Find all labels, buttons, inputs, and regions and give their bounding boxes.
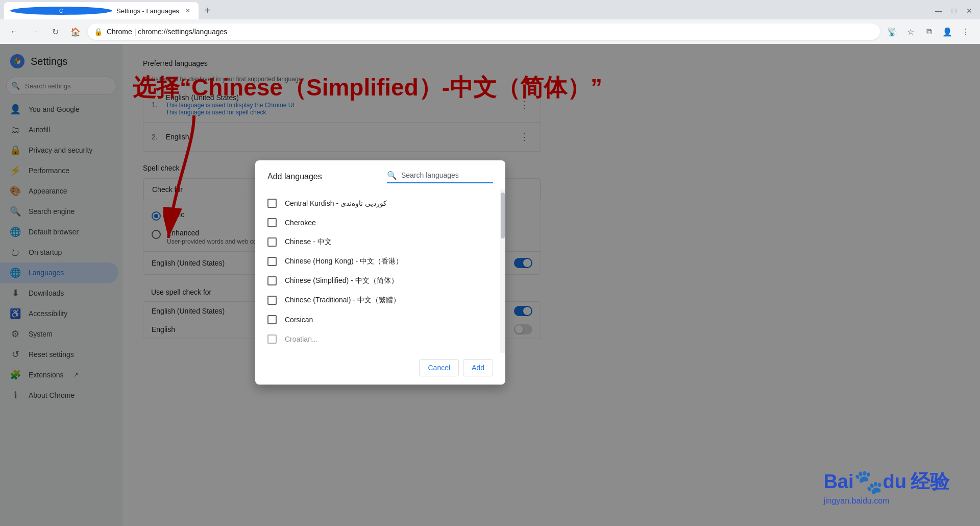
tab-close-button[interactable]: ✕ (183, 6, 192, 15)
list-item-chinese-simplified[interactable]: Chinese (Simplified) - 中文（简体） (255, 271, 505, 291)
forward-button[interactable]: → (27, 23, 43, 40)
modal-footer: Cancel Add (255, 353, 505, 385)
home-button[interactable]: 🏠 (67, 23, 84, 40)
modal-title: Add languages (267, 172, 322, 181)
lang-label-corsican: Corsican (285, 316, 313, 324)
reload-button[interactable]: ↻ (47, 23, 63, 40)
scrollbar-track (500, 189, 505, 353)
list-item-corsican[interactable]: Corsican (255, 310, 505, 329)
lang-label-croatian: Croatian... (285, 335, 318, 343)
extensions-button[interactable]: ⧉ (921, 23, 937, 40)
list-item-central-kurdish[interactable]: Central Kurdish - کوردیی ناوەندی (255, 194, 505, 213)
checkbox-chinese[interactable] (267, 237, 277, 247)
menu-button[interactable]: ⋮ (958, 23, 974, 40)
modal-header: Add languages 🔍 (255, 160, 505, 189)
toolbar-actions: 📡 ☆ ⧉ 👤 ⋮ (884, 23, 974, 40)
checkbox-chinese-hong-kong[interactable] (267, 257, 277, 266)
address-text: Chrome | chrome://settings/languages (107, 28, 227, 36)
modal-overlay: Add languages 🔍 Central Kurdish - کوردیی… (0, 44, 980, 526)
checkbox-central-kurdish[interactable] (267, 199, 277, 208)
checkbox-croatian[interactable] (267, 334, 277, 344)
maximize-button[interactable]: □ (947, 4, 961, 17)
list-item-chinese[interactable]: Chinese - 中文 (255, 232, 505, 252)
back-button[interactable]: ← (6, 23, 22, 40)
close-window-button[interactable]: ✕ (963, 4, 976, 17)
address-bar[interactable]: 🔒 Chrome | chrome://settings/languages (88, 23, 880, 40)
lock-icon: 🔒 (94, 28, 103, 36)
list-item-chinese-traditional[interactable]: Chinese (Traditional) - 中文（繁體） (255, 291, 505, 310)
cancel-button[interactable]: Cancel (419, 359, 459, 376)
modal-search-icon: 🔍 (387, 171, 397, 180)
toolbar: ← → ↻ 🏠 🔒 Chrome | chrome://settings/lan… (0, 19, 980, 44)
modal-search: 🔍 (387, 171, 493, 183)
lang-label-central-kurdish: Central Kurdish - کوردیی ناوەندی (285, 199, 387, 207)
tab-title: Settings - Languages (116, 7, 179, 15)
checkbox-chinese-simplified[interactable] (267, 276, 277, 285)
lang-label-chinese-traditional: Chinese (Traditional) - 中文（繁體） (285, 296, 400, 305)
list-item-chinese-hong-kong[interactable]: Chinese (Hong Kong) - 中文（香港） (255, 252, 505, 271)
add-button[interactable]: Add (463, 359, 493, 376)
add-languages-modal: Add languages 🔍 Central Kurdish - کوردیی… (255, 160, 505, 385)
modal-search-input[interactable] (401, 171, 493, 179)
title-bar: C Settings - Languages ✕ + — □ ✕ (0, 0, 980, 19)
bookmark-button[interactable]: ☆ (902, 23, 919, 40)
svg-text:C: C (59, 8, 63, 14)
checkbox-chinese-traditional[interactable] (267, 296, 277, 305)
active-tab[interactable]: C Settings - Languages ✕ (4, 2, 199, 19)
modal-language-list: Central Kurdish - کوردیی ناوەندی Cheroke… (255, 189, 505, 353)
checkbox-cherokee[interactable] (267, 218, 277, 227)
checkbox-corsican[interactable] (267, 315, 277, 324)
list-item-cherokee[interactable]: Cherokee (255, 213, 505, 232)
lang-label-chinese-hong-kong: Chinese (Hong Kong) - 中文（香港） (285, 257, 403, 266)
lang-label-chinese: Chinese - 中文 (285, 237, 332, 247)
lang-label-chinese-simplified: Chinese (Simplified) - 中文（简体） (285, 276, 398, 285)
new-tab-button[interactable]: + (201, 3, 215, 17)
scrollbar-thumb[interactable] (501, 193, 505, 238)
cast-button[interactable]: 📡 (884, 23, 900, 40)
lang-label-cherokee: Cherokee (285, 219, 316, 227)
list-item-croatian[interactable]: Croatian... (255, 329, 505, 349)
tab-favicon: C (10, 7, 112, 15)
window-controls: — □ ✕ (932, 4, 976, 17)
minimize-button[interactable]: — (932, 4, 945, 17)
profile-button[interactable]: 👤 (939, 23, 955, 40)
